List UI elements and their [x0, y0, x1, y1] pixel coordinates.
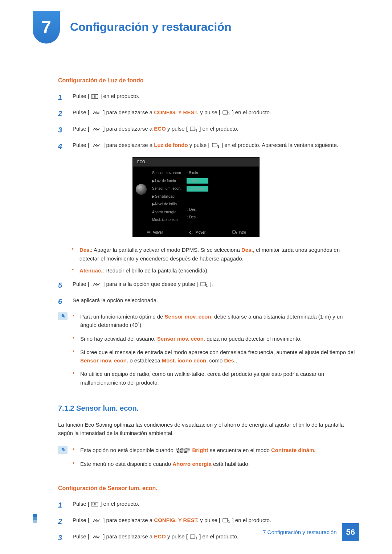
text: y pulse [ — [167, 126, 188, 132]
enter-icon — [190, 127, 197, 132]
text: ] en el producto. Aparecerá la ventana s… — [221, 142, 338, 148]
text: Se aplicará la opción seleccionada. — [73, 296, 359, 307]
step-number: 5 — [58, 280, 66, 291]
page: 7 Configuración y restauración Configura… — [0, 0, 392, 543]
enter-icon — [212, 143, 219, 148]
svg-rect-14 — [232, 231, 236, 233]
list-item: • Si cree que el mensaje de entrada del … — [73, 348, 359, 365]
osd-value: Atenuac. — [187, 186, 209, 192]
osd-label: Ahorro energía — [152, 209, 182, 215]
osd-value-empty — [187, 200, 209, 205]
text: Pulse [ — [73, 109, 89, 115]
osd-title: ECO — [133, 157, 259, 167]
samsung-magic-icon: SAMSUNGMAGIC — [176, 448, 190, 454]
bullet-icon: • — [72, 266, 74, 275]
list-item: • Si no hay actividad del usuario, Senso… — [73, 335, 359, 343]
text: Si cree que el mensaje de entrada del mo… — [80, 349, 355, 355]
section-heading-712: 7.1.2 Sensor lum. econ. — [58, 403, 359, 414]
step-number: 6 — [58, 296, 66, 307]
highlight: Des. — [224, 357, 236, 364]
svg-rect-17 — [91, 502, 98, 506]
osd-labels: Sensor mov. econ. ▶Luz de fondo Sensor l… — [149, 170, 182, 223]
list-item: • Des.: Apagar la pantalla y activar el … — [72, 246, 359, 263]
text: y pulse [ — [189, 142, 210, 148]
osd-label: Sensor lum. econ. — [152, 186, 182, 192]
enter-small-icon — [232, 230, 237, 235]
option-descriptions: • Des.: Apagar la pantalla y activar el … — [58, 246, 359, 275]
text: ] en el producto. — [100, 501, 139, 507]
list-item: • Esta opción no está disponible cuando … — [73, 446, 316, 454]
text: : Apagar la pantalla y activar el modo D… — [91, 247, 241, 253]
osd-footer-enter: Intro — [232, 230, 246, 235]
osd-footer-back: Volver — [146, 230, 163, 235]
steps-list-1: 1 Pulse [ ] en el producto. 2 Pulse [ ] … — [58, 92, 359, 152]
updown-icon — [91, 111, 101, 115]
menu-icon — [91, 94, 98, 99]
highlight: Sensor mov. econ. — [157, 336, 205, 342]
highlight: ECO — [154, 126, 166, 132]
chapter-number-badge: 7 — [33, 11, 60, 44]
osd-values: 5 min Des. Atenuac. Des. Des. — [185, 170, 209, 223]
highlight: Ahorro energía — [172, 461, 212, 467]
bullet-icon: • — [73, 312, 74, 329]
text: quizá no pueda detectar el movimiento. — [205, 336, 302, 342]
osd-panel: ECO Sensor mov. econ. ▶Luz de fondo Sens… — [132, 157, 260, 237]
osd-knob-icon — [136, 184, 147, 195]
svg-rect-5 — [223, 111, 228, 114]
text: Este menú no está disponible cuando — [80, 461, 172, 467]
text: ] en el producto. — [232, 109, 271, 115]
text: Pulse [ — [73, 281, 89, 287]
updown-icon — [91, 518, 101, 523]
step: 1 Pulse [ ] en el producto. — [58, 92, 359, 103]
diamond-icon — [189, 230, 193, 235]
footer-accent-icon — [33, 514, 37, 523]
bullet-icon: • — [72, 246, 74, 263]
text: ] para desplazarse a — [103, 517, 154, 523]
note-icon: ✎ — [58, 446, 68, 454]
text: Pulse [ — [73, 93, 89, 99]
highlight: Contraste dinám. — [271, 447, 316, 453]
highlight: Bright — [192, 447, 208, 453]
text: ] para ir a la opción que desee y pulse … — [103, 281, 198, 287]
updown-icon — [91, 127, 101, 131]
list-item: • Para un funcionamiento óptimo de Senso… — [73, 312, 359, 329]
step: 6 Se aplicará la opción seleccionada. — [58, 296, 359, 307]
highlight: CONFIG. Y REST. — [154, 517, 199, 523]
bullet-icon: • — [73, 348, 74, 365]
text: ] para desplazarse a — [103, 126, 154, 132]
step-number: 3 — [58, 124, 66, 136]
right-arrow-icon: ▶ — [152, 202, 155, 206]
info-block: ✎ • Para un funcionamiento óptimo de Sen… — [58, 312, 359, 392]
highlight: Luz de fondo — [154, 142, 188, 148]
osd-label: ▶Nivel de brillo — [152, 201, 182, 207]
highlight: Sensor mov. econ. — [165, 313, 213, 320]
bullet-icon: • — [73, 335, 74, 343]
footer-chapter-label: 7 Configuración y restauración — [263, 528, 336, 536]
text: Pulse [ — [73, 501, 89, 507]
step-number: 4 — [58, 141, 66, 152]
menu-small-icon — [146, 231, 151, 234]
osd-label: ▶Sensibilidad — [152, 194, 182, 200]
updown-icon — [91, 143, 101, 148]
text: ] en el producto. — [232, 517, 271, 523]
osd-label-selected: ▶Luz de fondo — [152, 178, 182, 184]
text: . — [236, 357, 237, 364]
osd-footer: Volver Mover Intro — [133, 228, 259, 237]
section-heading-sensor-lum: Configuración de Sensor lum. econ. — [58, 484, 359, 493]
osd-value: 5 min — [187, 170, 209, 176]
step: 1 Pulse [ ] en el producto. — [58, 500, 359, 511]
text: y pulse [ — [200, 109, 220, 115]
highlight: Des. — [79, 247, 91, 253]
text: ] para desplazarse a — [103, 109, 154, 115]
menu-icon — [91, 502, 98, 506]
text: o establezca — [128, 357, 162, 364]
list-item: • Atenuac.: Reducir el brillo de la pant… — [72, 266, 359, 275]
updown-icon — [91, 282, 101, 287]
osd-label: Most. icono econ. — [152, 217, 182, 223]
step: 4 Pulse [ ] para desplazarse a Luz de fo… — [58, 141, 359, 152]
osd-value-empty — [187, 194, 209, 198]
osd-value-selected: Des. — [187, 178, 209, 184]
osd-label: Sensor mov. econ. — [152, 170, 182, 176]
text: Pulse [ — [73, 517, 89, 523]
highlight: Atenuac. — [79, 267, 102, 274]
